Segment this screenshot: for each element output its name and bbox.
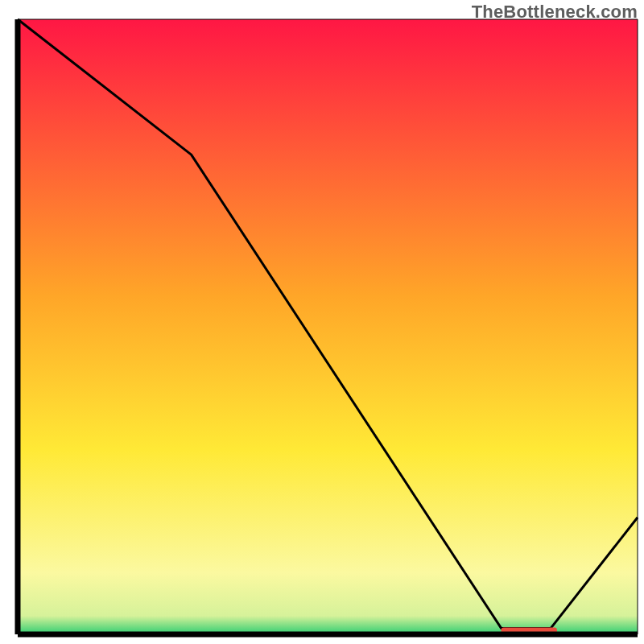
chart-container: TheBottleneck.com	[0, 0, 644, 644]
chart-background	[18, 19, 638, 634]
bottleneck-chart	[0, 0, 644, 644]
watermark-text: TheBottleneck.com	[472, 2, 638, 23]
